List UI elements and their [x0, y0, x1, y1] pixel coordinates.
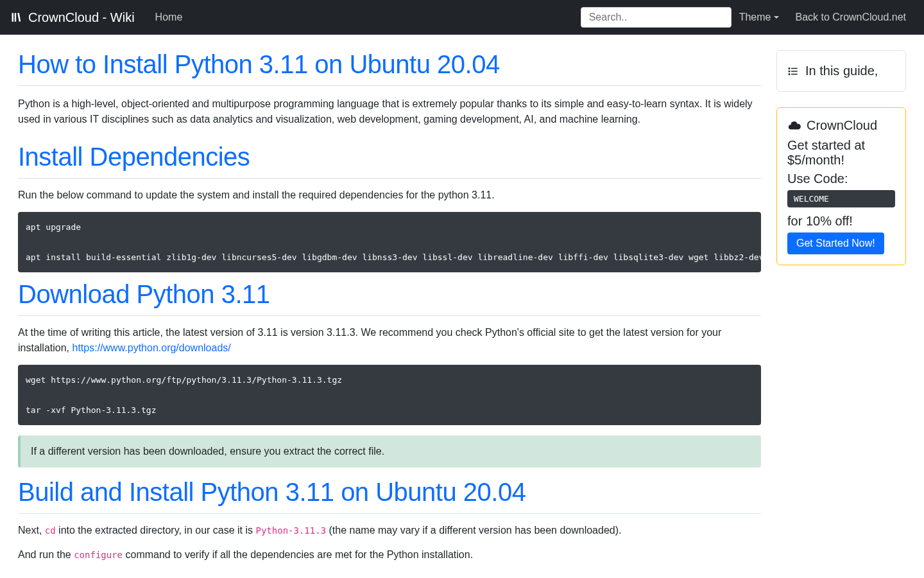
cloud-icon [787, 119, 801, 133]
note-alert: If a different version has been download… [18, 435, 761, 468]
books-icon [10, 11, 23, 24]
nav-home[interactable]: Home [148, 6, 191, 28]
heading-dependencies: Install Dependencies [18, 143, 761, 179]
get-started-button[interactable]: Get Started Now! [787, 232, 884, 254]
promo-brand-row: CrownCloud [787, 118, 895, 133]
deps-code-block: apt upgrade apt install build-essential … [18, 212, 761, 272]
build-p2: And run the configure command to verify … [18, 547, 761, 563]
toc-card[interactable]: In this guide, [776, 50, 906, 92]
sidebar: In this guide, CrownCloud Get started at… [776, 50, 906, 572]
build-p2-pre: And run the [18, 549, 74, 560]
toc-title: In this guide, [805, 64, 878, 78]
chevron-down-icon [773, 14, 780, 21]
heading-download: Download Python 3.11 [18, 280, 761, 316]
deps-text: Run the below command to update the syst… [18, 188, 761, 203]
intro-text: Python is a high-level, object-oriented … [18, 96, 761, 127]
build-p1: Next, cd into the extracted directory, i… [18, 523, 761, 538]
promo-usecode: Use Code: [787, 171, 895, 186]
download-text: At the time of writing this article, the… [18, 325, 761, 356]
promo-price: Get started at $5/month! [787, 138, 895, 168]
svg-point-3 [789, 67, 790, 69]
configure-code: configure [74, 550, 123, 560]
build-p2-post: command to verify if all the dependencie… [123, 549, 473, 560]
main-content: How to Install Python 3.11 on Ubuntu 20.… [18, 50, 761, 572]
list-icon [787, 66, 799, 77]
heading-build: Build and Install Python 3.11 on Ubuntu … [18, 478, 761, 514]
promo-code: WELCOME [787, 190, 895, 207]
page-title: How to Install Python 3.11 on Ubuntu 20.… [18, 50, 761, 86]
download-code-block: wget https://www.python.org/ftp/python/3… [18, 365, 761, 425]
brand[interactable]: CrownCloud - Wiki [10, 10, 135, 25]
nav-back-link[interactable]: Back to CrownCloud.net [787, 6, 914, 28]
python-downloads-link[interactable]: https://www.python.org/downloads/ [73, 342, 231, 353]
search-input[interactable] [581, 7, 732, 28]
brand-text: CrownCloud - Wiki [28, 10, 135, 25]
svg-point-4 [789, 71, 790, 72]
theme-dropdown[interactable]: Theme [739, 12, 780, 23]
promo-brand: CrownCloud [807, 118, 877, 133]
nav-right: Theme Back to CrownCloud.net [581, 6, 914, 28]
navbar: CrownCloud - Wiki Home Theme Back to Cro… [0, 0, 924, 35]
theme-label: Theme [739, 12, 771, 23]
cd-code: cd [45, 525, 56, 536]
dir-code: Python-3.11.3 [256, 525, 327, 536]
promo-discount: for 10% off! [787, 214, 895, 229]
svg-point-5 [789, 73, 790, 74]
build-p1-mid: into the extracted directory, in our cas… [56, 525, 256, 536]
build-p1-pre: Next, [18, 525, 45, 536]
container: How to Install Python 3.11 on Ubuntu 20.… [0, 35, 924, 578]
build-p1-post: (the name may vary if a different versio… [326, 525, 621, 536]
promo-card: CrownCloud Get started at $5/month! Use … [776, 107, 906, 265]
